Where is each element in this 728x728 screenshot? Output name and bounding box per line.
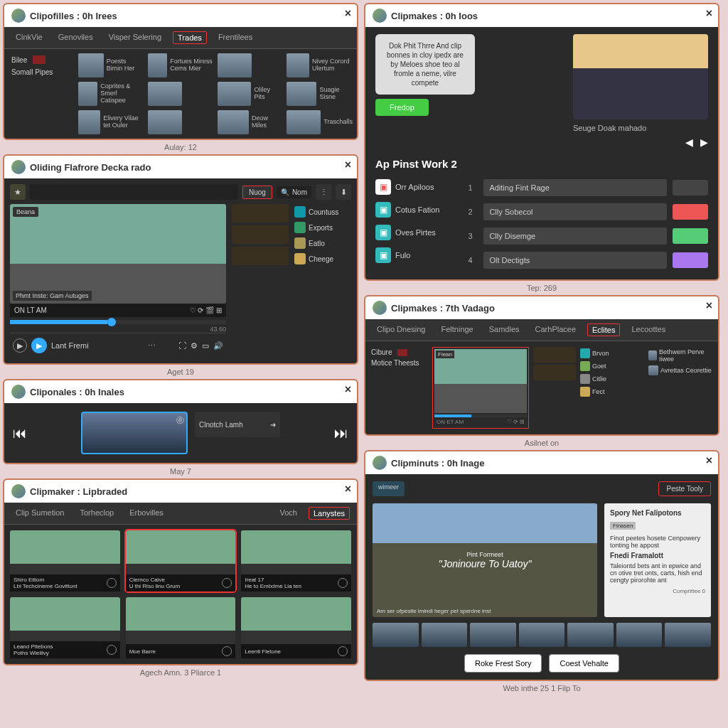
clip-cell[interactable]: Oliley Pits (218, 82, 283, 106)
secondary-button[interactable]: Coest Vehalte (549, 654, 619, 673)
download-icon[interactable]: ⬇ (336, 184, 351, 200)
tab-4[interactable]: Lanystes (309, 507, 350, 520)
list-item[interactable]: ▣Fulo (375, 244, 439, 267)
paste-button[interactable]: Peste Tooly (658, 481, 711, 496)
lib-card[interactable]: Moe Barre (126, 597, 236, 658)
clip-cell[interactable]: Deow Miles (218, 110, 283, 134)
close-icon[interactable]: × (345, 7, 351, 20)
clip-cell[interactable]: Fortues Miress Cems Mier (148, 53, 213, 77)
cat-item[interactable]: Fect (580, 385, 644, 398)
primary-button[interactable]: Roke Frest Sory (464, 654, 542, 673)
search-input[interactable]: 🔍 Nom (277, 186, 311, 198)
close-icon[interactable]: × (706, 454, 712, 467)
tab-2[interactable]: Visper Selering (105, 31, 166, 44)
list-item[interactable]: ▣Orr Apiloos (375, 176, 439, 198)
progress-bar[interactable] (10, 320, 226, 324)
star-icon[interactable]: ★ (10, 184, 26, 200)
prev-icon[interactable]: ◀ (685, 136, 693, 148)
step-row[interactable]: 2Clly Sobecol (468, 200, 708, 224)
strip-thumb[interactable]: ⓔ (81, 412, 188, 454)
close-icon[interactable]: × (345, 159, 351, 171)
play-icon[interactable]: ▶ (13, 338, 27, 353)
cast-icon[interactable]: ▭ (202, 341, 209, 350)
tab-0[interactable]: Clip Sumetion (11, 507, 68, 520)
queue-item[interactable] (533, 365, 576, 380)
fullscreen-icon[interactable]: ⛶ (178, 341, 186, 350)
queue-item[interactable] (232, 204, 289, 223)
next-icon[interactable]: ⏭ (334, 425, 348, 441)
ctrl-icons[interactable]: ♡ ⟳ 🎬 ⊞ (190, 306, 222, 314)
film-thumb[interactable] (665, 623, 711, 647)
film-thumb[interactable] (470, 623, 516, 647)
clip-cell[interactable]: Elivery Vilae tet Ouler (78, 110, 144, 134)
tab-1[interactable]: Torheclop (75, 507, 118, 520)
chip[interactable]: wimeer (373, 481, 405, 496)
step-row[interactable]: 1Aditing Fint Rage (468, 176, 708, 200)
video-frame[interactable]: Fiean (434, 349, 527, 413)
tab-1[interactable]: Feltninge (437, 323, 477, 336)
tab-4[interactable]: Eclites (587, 323, 620, 336)
cat-item[interactable]: Eatlo (294, 235, 351, 251)
lib-card[interactable]: Shiro EitiomLbi Techcineme Govittont (10, 530, 120, 592)
film-thumb[interactable] (422, 623, 468, 647)
strip-label-card[interactable]: Clnotch Lamh➜ (195, 412, 280, 437)
tab-0[interactable]: CinkVie (11, 31, 47, 44)
list-item[interactable]: ▣Cotus Fation (375, 198, 439, 221)
film-thumb[interactable] (567, 623, 614, 647)
address-field[interactable] (30, 184, 238, 200)
gear-icon[interactable]: ⚙ (191, 341, 198, 350)
tab-2[interactable]: Erbovilles (125, 507, 168, 520)
free-button[interactable]: Fredop (375, 99, 429, 116)
cat-item[interactable]: Exports (294, 220, 351, 235)
clip-cell[interactable]: Poests Bimin Her (78, 53, 144, 77)
queue-item[interactable] (232, 247, 289, 265)
list-item[interactable]: Bethwem Perve Iiwee (648, 347, 712, 364)
cat-item[interactable]: Brvon (580, 347, 644, 360)
clip-cell[interactable] (148, 82, 213, 106)
volume-icon[interactable]: 🔊 (213, 341, 223, 350)
lib-card[interactable]: Leand PitebonsPoths Wieliivy (10, 597, 120, 658)
tab-3[interactable]: CarhPlacee (531, 323, 580, 336)
list-item[interactable]: ▣Oves Pirtes (375, 221, 439, 244)
film-thumb[interactable] (519, 623, 565, 647)
news-button[interactable]: Nuog (242, 186, 272, 199)
sidebar-item[interactable]: Somall Pipes (9, 66, 73, 78)
sidebar-item[interactable]: Motice Theests (371, 358, 428, 368)
queue-item[interactable] (533, 347, 576, 363)
clip-cell[interactable]: Suagie Sisne (287, 82, 353, 106)
tab-3[interactable]: Voch (276, 507, 301, 520)
close-icon[interactable]: × (706, 299, 712, 312)
close-icon[interactable]: × (706, 7, 712, 20)
step-row[interactable]: 3Clly Disemge (468, 224, 708, 248)
step-row[interactable]: 4Olt Dectigts (468, 248, 708, 272)
cat-item[interactable]: Countuss (294, 204, 351, 220)
tab-1[interactable]: Genoviles (54, 31, 97, 44)
prev-icon[interactable]: ⏮ (13, 425, 27, 441)
clip-cell[interactable]: Traschalls (287, 110, 353, 134)
cat-item[interactable]: Cheege (294, 251, 351, 267)
clip-cell[interactable] (218, 53, 283, 77)
tab-0[interactable]: Clipo Dnesing (373, 323, 429, 336)
queue-item[interactable] (232, 225, 289, 244)
cat-item[interactable]: Citlie (580, 373, 644, 385)
list-item[interactable]: Avrettas Ceorettie (648, 364, 712, 377)
close-icon[interactable]: × (345, 383, 351, 396)
sidebar-item[interactable]: Cibure (371, 347, 428, 358)
tab-3[interactable]: Trades (173, 31, 207, 44)
lib-card[interactable]: Ireat 17He to Embdme Lia ten (241, 530, 351, 592)
clip-cell[interactable] (148, 110, 213, 134)
tab-5[interactable]: Lecoottes (627, 323, 670, 336)
options-icon[interactable]: ⋯ (148, 341, 156, 350)
next-icon[interactable]: ▶ (700, 136, 708, 148)
cat-item[interactable]: Goet (580, 360, 644, 373)
video-frame[interactable]: Beana Phmt Inste: Gam Autuges (10, 204, 226, 304)
skip-icon[interactable]: ▶ (31, 338, 47, 353)
lib-card[interactable]: Leentl Fletone (241, 597, 351, 658)
lib-card[interactable]: Ciernco CaiveU thi Riso linu Grum (126, 530, 236, 592)
clip-cell[interactable]: Nivey Corord Ulertum (287, 53, 353, 77)
clip-cell[interactable]: Coprites & Smerl Catispee (78, 82, 144, 106)
close-icon[interactable]: × (345, 483, 351, 496)
tab-4[interactable]: Frentilees (214, 31, 257, 44)
sidebar-item[interactable]: Bilee (9, 53, 73, 66)
film-thumb[interactable] (616, 623, 663, 647)
